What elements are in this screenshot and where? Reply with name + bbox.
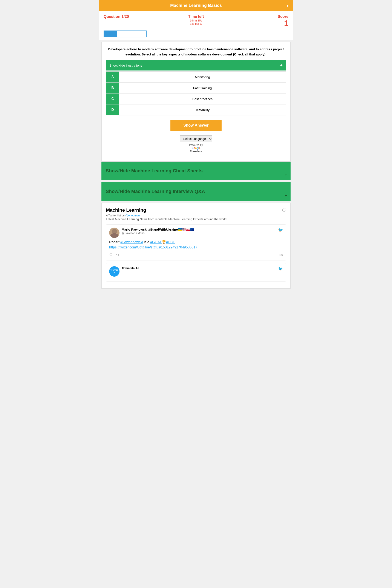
option-row-d[interactable]: D Testability bbox=[106, 104, 286, 115]
cheat-sheets-label: Show/Hide Machine Learning Cheat Sheets bbox=[106, 168, 286, 174]
translate-word: Translate bbox=[190, 150, 202, 153]
score-value: 1 bbox=[227, 19, 288, 28]
tweet-user-info-2: Towards AI bbox=[122, 266, 138, 270]
option-letter-c[interactable]: C bbox=[106, 94, 119, 104]
option-row-c[interactable]: C Best practices bbox=[106, 94, 286, 104]
option-row-b[interactable]: B Fast Training bbox=[106, 82, 286, 94]
tweet-username-1[interactable]: @PawlowskiMario bbox=[122, 232, 194, 235]
cheat-sheets-plus-icon: + bbox=[284, 172, 287, 178]
question-text: Developers adhere to modern software dev… bbox=[106, 47, 286, 57]
twitter-title: Machine Learning bbox=[106, 208, 286, 213]
option-letter-b[interactable]: B bbox=[106, 82, 119, 93]
quiz-meta: Question 1/20 Time left 19mn 35s 83s per… bbox=[99, 11, 293, 30]
progress-bar bbox=[104, 30, 146, 38]
header-bar: Machine Learning Basics ▾ bbox=[99, 0, 293, 11]
tweet-avatar-towards: TOWARDS AI bbox=[109, 266, 120, 276]
progress-filled bbox=[104, 31, 117, 37]
time-left-label: Time left bbox=[165, 14, 227, 19]
twitter-bird-icon-2: 🐦 bbox=[278, 266, 283, 271]
twitter-username-link[interactable]: @enoumen bbox=[125, 214, 140, 217]
option-text-b[interactable]: Fast Training bbox=[119, 82, 286, 93]
tweet-card-2: TOWARDS AI Towards AI 🐦 bbox=[106, 263, 286, 282]
time-detail-1: 19mn 35s bbox=[165, 19, 227, 22]
language-select[interactable]: Select Language English French Spanish bbox=[180, 136, 212, 142]
twitter-bird-icon-1: 🐦 bbox=[278, 228, 283, 232]
option-letter-d[interactable]: D bbox=[106, 104, 119, 115]
tweet-card-1: Mario Pawlowski #StandWithUkraine🇺🇦🇺🇸🇵🇱🇪… bbox=[106, 224, 286, 260]
interview-qa-plus-icon: + bbox=[284, 193, 287, 198]
interview-qa-label: Show/Hide Machine Learning Interview Q&A bbox=[106, 189, 286, 194]
twitter-meta-text: A Twitter list by bbox=[106, 214, 124, 217]
option-row-a[interactable]: A Monitoring bbox=[106, 72, 286, 82]
question-area: Developers adhere to modern software dev… bbox=[102, 42, 290, 162]
tweet-display-name-2: Towards AI bbox=[122, 266, 138, 270]
svg-point-1 bbox=[110, 233, 118, 238]
tweet-header-2: TOWARDS AI Towards AI 🐦 bbox=[109, 266, 283, 276]
tweet-hashtag-ucl[interactable]: #UCL bbox=[166, 240, 175, 244]
option-text-c[interactable]: Best practices bbox=[119, 94, 286, 104]
tweet-display-name-1: Mario Pawlowski #StandWithUkraine🇺🇦🇺🇸🇵🇱🇪… bbox=[122, 228, 194, 232]
tweet-avatar-mario bbox=[109, 228, 120, 238]
option-text-a[interactable]: Monitoring bbox=[119, 72, 286, 82]
svg-text:TOWARDS: TOWARDS bbox=[110, 269, 118, 271]
header-dropdown-icon[interactable]: ▾ bbox=[286, 3, 288, 8]
tweet-body-1: Robert #Lewandowski is a #GOAT🏆#UCL http… bbox=[109, 240, 283, 250]
tweet-link-1[interactable]: https://twitter.com/OptaJoe/status/15012… bbox=[109, 246, 197, 249]
tweet-header-1: Mario Pawlowski #StandWithUkraine🇺🇦🇺🇸🇵🇱🇪… bbox=[109, 228, 283, 238]
google-logo-text: Google bbox=[192, 146, 200, 150]
svg-text:AI: AI bbox=[114, 272, 115, 273]
question-number: Question 1/20 bbox=[104, 14, 165, 19]
tweet-left-actions: ♡ ↪ bbox=[109, 252, 119, 257]
powered-by-text: Powered by bbox=[189, 144, 203, 146]
score: Score 1 bbox=[227, 14, 288, 28]
tweet-retweet-button[interactable]: ↪ bbox=[116, 252, 119, 257]
illustrations-plus-icon: + bbox=[280, 63, 282, 68]
translate-area: Select Language English French Spanish P… bbox=[106, 136, 286, 153]
progress-bar-container bbox=[99, 30, 293, 40]
score-label: Score bbox=[227, 14, 288, 19]
twitter-section: ⓘ Machine Learning A Twitter list by @en… bbox=[102, 203, 290, 289]
interview-qa-section[interactable]: Show/Hide Machine Learning Interview Q&A… bbox=[102, 182, 290, 201]
illustrations-label: Show/Hide Illustrations bbox=[110, 64, 142, 67]
tweet-timestamp-1: 3m bbox=[279, 254, 283, 256]
option-letter-a[interactable]: A bbox=[106, 72, 119, 82]
tweet-user-info-1: Mario Pawlowski #StandWithUkraine🇺🇦🇺🇸🇵🇱🇪… bbox=[122, 228, 194, 235]
progress-empty bbox=[117, 31, 146, 37]
illustrations-toggle[interactable]: Show/Hide Illustrations + bbox=[106, 60, 286, 70]
header-title: Machine Learning Basics bbox=[170, 3, 222, 8]
twitter-description: Latest Machine Learning News from reputa… bbox=[106, 218, 286, 221]
time-left: Time left 19mn 35s 83s per Q bbox=[165, 14, 227, 25]
tweet-hashtag-lewandowski[interactable]: #Lewandowski bbox=[120, 240, 143, 244]
tweet-hashtag-goat[interactable]: #GOAT bbox=[150, 240, 162, 244]
powered-by: Powered by Google Translate bbox=[106, 144, 286, 153]
option-text-d[interactable]: Testability bbox=[119, 104, 286, 115]
cheat-sheets-section[interactable]: Show/Hide Machine Learning Cheat Sheets … bbox=[102, 162, 290, 180]
info-icon[interactable]: ⓘ bbox=[282, 208, 286, 212]
tweet-actions-1: ♡ ↪ 3m bbox=[109, 252, 283, 257]
tweet-like-button[interactable]: ♡ bbox=[109, 252, 112, 257]
twitter-meta: A Twitter list by @enoumen bbox=[106, 214, 286, 217]
show-answer-button[interactable]: Show Answer bbox=[170, 120, 221, 131]
options-list: A Monitoring B Fast Training C Best prac… bbox=[106, 71, 286, 116]
time-detail-2: 83s per Q bbox=[165, 22, 227, 25]
